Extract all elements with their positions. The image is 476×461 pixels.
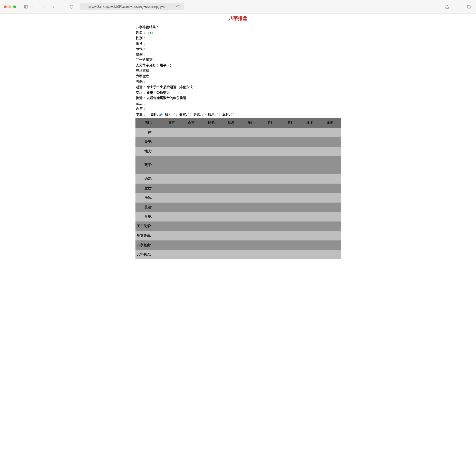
- table-cell: [301, 137, 321, 147]
- info-sancai: 三才五格：: [136, 68, 341, 73]
- radio-label: 命宫:: [179, 112, 187, 117]
- table-row: 十神:: [136, 128, 341, 137]
- close-window-button[interactable]: [4, 5, 7, 8]
- radio-input[interactable]: [231, 113, 234, 116]
- table-cell: [162, 212, 181, 222]
- info-result: 八字排盘结果：: [136, 24, 341, 30]
- table-cell: [181, 137, 201, 147]
- table-cell: [241, 137, 261, 147]
- table-header-cell: 日柱: [281, 118, 301, 128]
- radio-label: 胎息:: [208, 112, 216, 117]
- table-cell: [321, 147, 340, 156]
- table-cell: [301, 212, 321, 222]
- radio-label: 五柱:: [222, 112, 230, 117]
- radio-label: 胎元:: [165, 112, 173, 117]
- address-bar[interactable]: city2=北京&city3=东城区&Sect=1&Siling=0&leixi…: [80, 3, 184, 10]
- radio-option[interactable]: 五柱:: [222, 112, 234, 117]
- radio-input[interactable]: [159, 113, 162, 116]
- table-cell: [281, 203, 301, 212]
- new-tab-button[interactable]: [455, 4, 461, 10]
- bazi-table: 四柱:身宫命宫胎元胎息年柱月柱日柱时柱刻柱十神:天干:地支:藏干:纳音:空亡:神…: [136, 118, 341, 259]
- radio-option[interactable]: 命宫:: [179, 112, 191, 117]
- table-cell: [181, 203, 201, 212]
- forward-button[interactable]: [50, 4, 57, 10]
- radio-input[interactable]: [202, 113, 205, 116]
- browser-toolbar: city2=北京&city3=东城区&Sect=1&Siling=0&leixi…: [0, 0, 476, 14]
- radio-input[interactable]: [188, 113, 191, 116]
- radio-label: 四柱:: [150, 112, 158, 117]
- info-gongli: 公历：: [136, 101, 341, 106]
- svg-rect-0: [24, 5, 28, 8]
- table-cell: [221, 184, 241, 193]
- table-cell: [221, 137, 241, 147]
- table-cell: [321, 137, 340, 147]
- table-cell: [261, 147, 281, 156]
- table-row: 自座:: [136, 212, 341, 222]
- table-cell: [221, 203, 241, 212]
- table-cell: [201, 137, 221, 147]
- table-cell: [321, 128, 340, 137]
- table-cell: [301, 174, 321, 184]
- table-cell: [201, 174, 221, 184]
- table-row-label: 空亡:: [136, 184, 162, 193]
- table-row: 纳音:: [136, 174, 341, 184]
- radio-option[interactable]: 四柱:: [150, 112, 162, 117]
- table-cell: [162, 193, 181, 203]
- table-cell: [241, 193, 261, 203]
- table-cell: [281, 212, 301, 222]
- privacy-shield-icon[interactable]: [68, 4, 75, 10]
- table-cell: [301, 128, 321, 137]
- table-row-label: 纳音:: [136, 174, 162, 184]
- table-cell: [201, 212, 221, 222]
- table-cell: [221, 128, 241, 137]
- chevron-down-icon: [30, 4, 33, 10]
- table-cell: [261, 156, 281, 174]
- table-row-label: 八字包含:: [136, 240, 341, 250]
- share-button[interactable]: [444, 4, 450, 10]
- table-cell: [261, 203, 281, 212]
- table-cell: [201, 156, 221, 174]
- radio-option[interactable]: 胎息:: [208, 112, 220, 117]
- table-cell: [181, 156, 201, 174]
- info-name: 姓名： □□: [136, 30, 341, 35]
- table-cell: [162, 147, 181, 156]
- minimize-window-button[interactable]: [8, 5, 11, 8]
- table-row: 地支关系:: [136, 231, 341, 240]
- table-cell: [261, 174, 281, 184]
- table-row: 地支:: [136, 147, 341, 156]
- radio-option[interactable]: 身宫:: [194, 112, 205, 117]
- jiaoyun-value: 命主于公历交运: [147, 91, 170, 94]
- table-cell: [201, 203, 221, 212]
- info-renyuan: 人元司令分野： 用事（）: [136, 62, 341, 68]
- table-row-label: 天干关系:: [136, 222, 341, 231]
- table-cell: [321, 184, 340, 193]
- table-header-cell: 胎元: [201, 118, 221, 128]
- url-text: city2=北京&city3=东城区&Sect=1&Siling=0&leixi…: [82, 5, 173, 9]
- table-cell: [281, 184, 301, 193]
- radio-input[interactable]: [217, 113, 220, 116]
- sidebar-toggle[interactable]: [23, 4, 33, 10]
- table-cell: [162, 137, 181, 147]
- huanyun-value: 以后每逢尾数带的年份换运: [147, 96, 186, 100]
- table-cell: [301, 147, 321, 156]
- table-row-label: 自座:: [136, 212, 162, 222]
- table-cell: [281, 147, 301, 156]
- table-header-cell: 身宫: [162, 118, 181, 128]
- reload-button[interactable]: [175, 4, 181, 10]
- page-title: 八字排盘: [136, 15, 341, 22]
- maximize-window-button[interactable]: [13, 5, 16, 8]
- qiyun-label: 起运：: [136, 85, 146, 89]
- table-header-cell: 刻柱: [321, 118, 340, 128]
- table-cell: [301, 156, 321, 174]
- info-zodiac: 生肖：: [136, 41, 341, 46]
- radio-option[interactable]: 胎元:: [165, 112, 177, 117]
- tabs-overview-button[interactable]: [466, 4, 472, 10]
- info-qiangruo: 强弱：: [136, 79, 341, 84]
- radio-input[interactable]: [174, 113, 177, 116]
- table-cell: [281, 174, 301, 184]
- table-cell: [181, 212, 201, 222]
- back-button[interactable]: [41, 4, 47, 10]
- table-cell: [281, 156, 301, 174]
- table-header-cell: 四柱:: [136, 118, 162, 128]
- table-row-label: 地支关系:: [136, 231, 341, 240]
